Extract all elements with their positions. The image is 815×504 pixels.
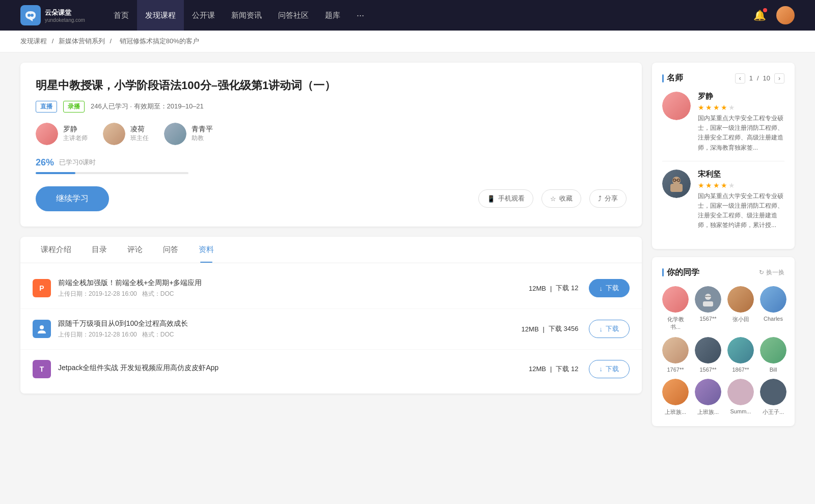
classmate-9-name: 上班族... [697, 408, 719, 416]
tab-resources[interactable]: 资料 [188, 237, 224, 263]
nav-discover[interactable]: 发现课程 [137, 0, 184, 31]
nav-home[interactable]: 首页 [105, 0, 137, 31]
classmate-7[interactable]: Bill [760, 337, 786, 373]
download-label-1: 下载 [606, 324, 619, 333]
breadcrumb-current: 销冠修炼术搞定80%的客户 [120, 37, 199, 45]
classmate-8-name: 上班族... [665, 408, 686, 416]
continue-button[interactable]: 继续学习 [36, 186, 109, 211]
main-nav: 首页 发现课程 公开课 新闻资讯 问答社区 题库 ··· [105, 0, 372, 31]
breadcrumb-sep2: / [110, 37, 112, 45]
teachers-prev-button[interactable]: ‹ [735, 73, 745, 83]
nav-public[interactable]: 公开课 [184, 0, 223, 31]
tab-review[interactable]: 评论 [117, 237, 153, 263]
teacher-0: 罗静 主讲老师 [36, 123, 88, 145]
breadcrumb-discover[interactable]: 发现课程 [20, 37, 47, 45]
teacher-0-role: 主讲老师 [63, 134, 88, 143]
resource-list: P 前端全栈加强版！前端全栈+全周期+多端应用 上传日期：2019-12-28 … [20, 263, 642, 394]
tabs-card: 课程介绍 目录 评论 问答 资料 P 前端全栈加强版！前端全栈+全周期+多端应用… [20, 237, 642, 394]
tab-catalog[interactable]: 目录 [82, 237, 117, 263]
bell-button[interactable]: 🔔 [753, 9, 766, 21]
resource-title-1: 跟随千万级项目从0到100全过程高效成长 [58, 319, 522, 328]
teacher-1-name: 凌荷 [130, 125, 149, 134]
collect-button[interactable]: ☆ 收藏 [541, 189, 581, 208]
classmate-7-name: Bill [770, 367, 777, 373]
nav-news[interactable]: 新闻资讯 [223, 0, 270, 31]
classmate-4[interactable]: 1767** [662, 337, 689, 373]
download-button-2[interactable]: ↓ 下载 [589, 360, 630, 378]
teacher-0-avatar [36, 123, 58, 145]
download-label-0: 下载 [606, 284, 619, 293]
svg-rect-10 [705, 296, 708, 297]
nav-exam[interactable]: 题库 [317, 0, 348, 31]
refresh-icon: ↻ [759, 269, 764, 276]
tab-qa[interactable]: 问答 [153, 237, 188, 263]
progress-desc: 已学习0课时 [59, 158, 96, 167]
nav-more[interactable]: ··· [348, 0, 372, 31]
sidebar-teacher-1-avatar [662, 170, 691, 198]
breadcrumb-sep1: / [52, 37, 54, 45]
mobile-label: 手机观看 [498, 194, 525, 203]
classmate-11[interactable]: 小王子... [760, 379, 786, 416]
logo[interactable]: 云朵课堂 yundoketang.com [20, 5, 85, 25]
course-actions: 继续学习 📱 手机观看 ☆ 收藏 ⤴ 分享 [36, 186, 627, 211]
teachers-page-total: 10 [763, 74, 770, 82]
classmate-6[interactable]: 1867** [727, 337, 754, 373]
mobile-watch-button[interactable]: 📱 手机观看 [478, 189, 533, 208]
nav-qa[interactable]: 问答社区 [270, 0, 317, 31]
teacher-2-name: 青青平 [192, 125, 213, 134]
badge-live: 直播 [36, 101, 57, 113]
svg-rect-4 [670, 184, 683, 192]
course-meta: 直播 录播 246人已学习 · 有效期至：2019–10–21 [36, 101, 627, 113]
sidebar-teacher-1-stars: ★★★★★ [698, 181, 784, 189]
svg-point-0 [28, 14, 31, 17]
resource-meta-0: 上传日期：2019-12-28 16:00 格式：DOC [58, 290, 529, 298]
svg-point-2 [40, 325, 44, 329]
teacher-2: 青青平 助教 [164, 123, 213, 145]
svg-rect-9 [703, 301, 713, 306]
classmate-0[interactable]: 化学教书... [662, 286, 689, 331]
sidebar-teacher-0-name: 罗静 [698, 92, 784, 101]
share-label: 分享 [605, 194, 618, 203]
download-icon-2: ↓ [600, 365, 603, 373]
svg-point-1 [31, 14, 34, 17]
classmate-1[interactable]: 1567** [695, 286, 721, 331]
classmate-8[interactable]: 上班族... [662, 379, 689, 416]
download-button-0[interactable]: ↓ 下载 [589, 279, 630, 297]
download-button-1[interactable]: ↓ 下载 [589, 320, 630, 338]
classmate-10[interactable]: Summ... [727, 379, 754, 416]
collect-icon: ☆ [550, 195, 556, 203]
teachers-sidebar-title: 名师 [662, 73, 683, 83]
classmate-5[interactable]: 1567** [695, 337, 721, 373]
classmate-3[interactable]: Charles [760, 286, 786, 331]
tab-intro[interactable]: 课程介绍 [31, 237, 82, 263]
teacher-divider [662, 161, 784, 161]
classmates-title: 你的同学 [662, 267, 699, 278]
resource-item-1: 跟随千万级项目从0到100全过程高效成长 上传日期：2019-12-28 16:… [20, 309, 642, 350]
logo-sub: yundoketang.com [45, 17, 85, 23]
teachers-next-button[interactable]: › [774, 73, 784, 83]
teachers-page-current: 1 [749, 74, 753, 82]
classmates-sidebar-card: 你的同学 ↻ 换一换 化学教书... [652, 257, 795, 426]
sidebar-teacher-0: 罗静 ★★★★★ 国内某重点大学安全工程专业硕士，国家一级注册消防工程师、注册安… [662, 92, 784, 153]
progress-pct: 26% [36, 157, 54, 168]
resource-stats-1: 12MB | 下载 3456 [522, 324, 579, 333]
teacher-0-name: 罗静 [63, 125, 88, 134]
share-button[interactable]: ⤴ 分享 [589, 189, 627, 208]
breadcrumb-series[interactable]: 新媒体营销系列 [59, 37, 105, 45]
resource-meta-1: 上传日期：2019-12-28 16:00 格式：DOC [58, 330, 522, 339]
classmate-9[interactable]: 上班族... [695, 379, 721, 416]
classmate-1-name: 1567** [699, 316, 716, 322]
sidebar-teacher-1-name: 宋利坚 [698, 170, 784, 179]
classmate-6-name: 1867** [732, 367, 749, 373]
refresh-button[interactable]: ↻ 换一换 [759, 268, 784, 277]
tabs-header: 课程介绍 目录 评论 问答 资料 [20, 237, 642, 263]
resource-stats-2: 12MB | 下载 12 [529, 365, 578, 374]
collect-label: 收藏 [559, 194, 573, 203]
resource-item-0: P 前端全栈加强版！前端全栈+全周期+多端应用 上传日期：2019-12-28 … [20, 268, 642, 309]
course-card: 明星中教授课，小学阶段语法100分–强化级第1讲动词（一） 直播 录播 246人… [20, 63, 642, 227]
teacher-1: 凌荷 班主任 [103, 123, 149, 145]
classmate-2[interactable]: 张小田 [727, 286, 754, 331]
course-meta-text: 246人已学习 · 有效期至：2019–10–21 [91, 102, 204, 111]
user-avatar[interactable] [776, 6, 795, 24]
teachers-list: 罗静 主讲老师 凌荷 班主任 [36, 123, 627, 145]
